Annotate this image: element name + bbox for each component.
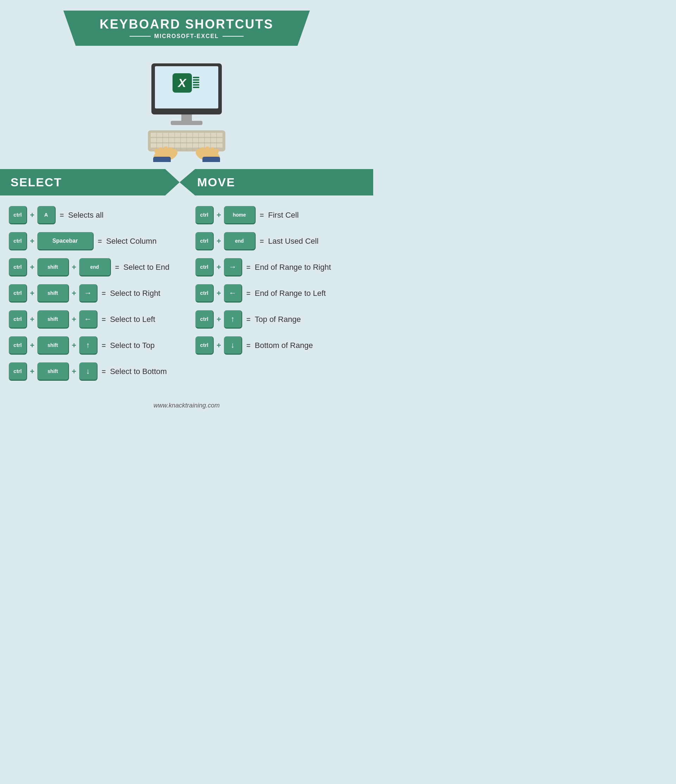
shortcut-select-column: ctrl + Spacebar = Select Column xyxy=(9,232,178,250)
banner-subtitle: MICROSOFT-EXCEL xyxy=(154,33,219,39)
ctrl-key-m3: ctrl xyxy=(196,258,214,277)
select-section-title: SELECT xyxy=(11,176,62,189)
equals-5: = xyxy=(102,316,106,324)
svg-rect-29 xyxy=(164,146,168,156)
shortcut-last-used-cell: ctrl + end = Last Used Cell xyxy=(196,232,364,250)
ctrl-key-m2: ctrl xyxy=(196,232,214,250)
footer-url: www.knacktraining.com xyxy=(154,402,220,409)
banner-subtitle-row: MICROSOFT-EXCEL xyxy=(130,33,244,39)
desc-end-range-right: End of Range to Right xyxy=(255,263,331,272)
svg-rect-7 xyxy=(193,84,199,86)
plus-5a: + xyxy=(30,315,34,324)
home-key: home xyxy=(224,206,256,224)
equals-m3: = xyxy=(247,263,251,272)
banner-title: KEYBOARD SHORTCUTS xyxy=(99,17,274,32)
left-arrow-key-1: ← xyxy=(79,310,98,328)
desc-end-range-left: End of Range to Left xyxy=(255,289,326,298)
plus-5b: + xyxy=(72,315,76,324)
shortcut-select-to-left: ctrl + shift + ← = Select to Left xyxy=(9,310,178,328)
svg-rect-6 xyxy=(193,82,199,83)
svg-rect-35 xyxy=(205,146,210,156)
shortcut-first-cell: ctrl + home = First Cell xyxy=(196,206,364,224)
ctrl-key-m4: ctrl xyxy=(196,284,214,303)
up-arrow-key-2: ↑ xyxy=(224,310,242,328)
shortcut-select-to-end: ctrl + shift + end = Select to End xyxy=(9,258,178,277)
shortcut-select-to-bottom: ctrl + shift + ↓ = Select to Bottom xyxy=(9,362,178,381)
up-arrow-key-1: ↑ xyxy=(79,336,98,355)
plus-7a: + xyxy=(30,367,34,376)
shift-key-4: shift xyxy=(37,336,69,355)
desc-select-column: Select Column xyxy=(106,237,157,246)
equals-m6: = xyxy=(247,342,251,350)
plus-m5: + xyxy=(216,315,221,324)
desc-select-to-bottom: Select to Bottom xyxy=(110,367,166,376)
plus-3a: + xyxy=(30,263,34,272)
equals-m2: = xyxy=(260,237,264,246)
svg-rect-8 xyxy=(193,87,199,88)
ctrl-key-m6: ctrl xyxy=(196,336,214,355)
plus-2: + xyxy=(30,237,34,246)
desc-select-to-end: Select to End xyxy=(123,263,169,272)
ctrl-key-2: ctrl xyxy=(9,232,27,250)
desc-select-to-top: Select to Top xyxy=(110,341,155,350)
shift-key-5: shift xyxy=(37,362,69,381)
equals-6: = xyxy=(102,342,106,350)
down-arrow-key-1: ↓ xyxy=(79,362,98,381)
shortcut-select-to-top: ctrl + shift + ↑ = Select to Top xyxy=(9,336,178,355)
equals-1: = xyxy=(60,211,64,219)
svg-rect-9 xyxy=(181,115,192,121)
ctrl-key-6: ctrl xyxy=(9,336,27,355)
equals-m5: = xyxy=(247,316,251,324)
desc-last-used-cell: Last Used Cell xyxy=(268,237,319,246)
svg-text:X: X xyxy=(177,76,187,89)
ctrl-key-5: ctrl xyxy=(9,310,27,328)
computer-svg: X xyxy=(134,60,239,162)
move-shortcuts-column: ctrl + home = First Cell ctrl + end = La… xyxy=(190,202,370,384)
left-arrow-key-2: ← xyxy=(224,284,242,303)
shortcut-end-range-left: ctrl + ← = End of Range to Left xyxy=(196,284,364,303)
equals-m4: = xyxy=(247,289,251,298)
plus-m4: + xyxy=(216,289,221,298)
plus-m2: + xyxy=(216,237,221,246)
ctrl-key-4: ctrl xyxy=(9,284,27,303)
equals-3: = xyxy=(115,263,120,272)
shortcut-top-of-range: ctrl + ↑ = Top of Range xyxy=(196,310,364,328)
shortcut-selects-all: ctrl + A = Selects all xyxy=(9,206,178,224)
content-area: ctrl + A = Selects all ctrl + Spacebar =… xyxy=(0,196,373,391)
ctrl-key-7: ctrl xyxy=(9,362,27,381)
plus-7b: + xyxy=(72,367,76,376)
desc-bottom-of-range: Bottom of Range xyxy=(255,341,313,350)
banner-line-left xyxy=(130,36,151,37)
down-arrow-key-2: ↓ xyxy=(224,336,242,355)
ctrl-key-3: ctrl xyxy=(9,258,27,277)
select-shortcuts-column: ctrl + A = Selects all ctrl + Spacebar =… xyxy=(3,202,183,384)
shortcut-bottom-of-range: ctrl + ↓ = Bottom of Range xyxy=(196,336,364,355)
footer: www.knacktraining.com xyxy=(154,402,220,409)
equals-2: = xyxy=(98,237,102,246)
shortcut-select-to-right: ctrl + shift + → = Select to Right xyxy=(9,284,178,303)
section-header: SELECT MOVE xyxy=(0,169,373,196)
svg-rect-31 xyxy=(153,157,171,162)
plus-3b: + xyxy=(72,263,76,272)
plus-m6: + xyxy=(216,341,221,350)
plus-4b: + xyxy=(72,289,76,298)
svg-rect-4 xyxy=(193,77,199,78)
plus-4a: + xyxy=(30,289,34,298)
plus-m1: + xyxy=(216,211,221,220)
equals-m1: = xyxy=(260,211,264,219)
shortcut-end-range-right: ctrl + → = End of Range to Right xyxy=(196,258,364,277)
a-key: A xyxy=(37,206,56,224)
ctrl-key-m1: ctrl xyxy=(196,206,214,224)
end-key-1: end xyxy=(79,258,111,277)
move-section-title: MOVE xyxy=(197,176,235,189)
desc-top-of-range: Top of Range xyxy=(255,315,301,324)
ctrl-key-1: ctrl xyxy=(9,206,27,224)
section-left-header: SELECT xyxy=(0,169,180,196)
computer-illustration: X xyxy=(134,60,239,162)
equals-7: = xyxy=(102,368,106,376)
plus-m3: + xyxy=(216,263,221,272)
svg-rect-10 xyxy=(171,121,202,125)
banner-shape: KEYBOARD SHORTCUTS MICROSOFT-EXCEL xyxy=(64,11,310,46)
header-banner: KEYBOARD SHORTCUTS MICROSOFT-EXCEL xyxy=(64,11,310,46)
ctrl-key-m5: ctrl xyxy=(196,310,214,328)
